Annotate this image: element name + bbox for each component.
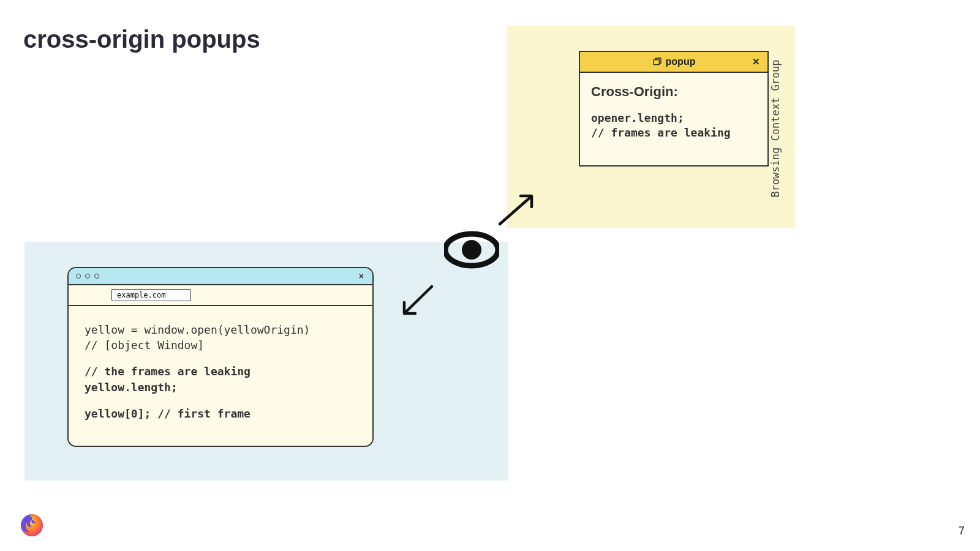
svg-line-4: [405, 287, 432, 312]
eye-icon: [444, 228, 499, 271]
browser-titlebar: ×: [69, 268, 372, 285]
popup-tab: popup: [652, 56, 696, 67]
popup-body: Cross-Origin: opener.length; // frames a…: [580, 73, 767, 165]
firefox-logo-icon: [18, 512, 45, 539]
svg-line-3: [500, 197, 530, 224]
popup-window: popup ✕ Cross-Origin: opener.length; // …: [579, 51, 769, 167]
arrow-sw-icon: [398, 282, 438, 318]
traffic-dot-icon: [85, 274, 90, 279]
popup-code: opener.length; // frames are leaking: [591, 111, 756, 141]
traffic-lights: [76, 274, 99, 279]
browser-window: × example.com yellow = window.open(yello…: [67, 267, 374, 447]
traffic-dot-icon: [76, 274, 81, 279]
code-line: // the frames are leaking: [85, 364, 356, 379]
svg-rect-0: [654, 60, 659, 65]
popup-tab-label: popup: [666, 56, 696, 67]
window-stack-icon: [652, 57, 662, 67]
code-line: yellow.length;: [85, 380, 356, 395]
code-line: // [object Window]: [85, 337, 356, 353]
popup-titlebar: popup ✕: [580, 52, 767, 73]
traffic-dot-icon: [94, 274, 99, 279]
browsing-context-group-label: Browsing Context Group: [769, 59, 781, 197]
popup-heading: Cross-Origin:: [591, 84, 756, 100]
code-line: yellow[0]; // first frame: [85, 406, 356, 421]
code-line: yellow = window.open(yellowOrigin): [85, 322, 356, 337]
close-icon[interactable]: ✕: [752, 56, 760, 67]
slide-title: cross-origin popups: [23, 26, 260, 53]
browser-body: yellow = window.open(yellowOrigin) // [o…: [69, 306, 372, 446]
svg-point-2: [462, 240, 481, 260]
browser-urlbar: example.com: [69, 285, 372, 306]
url-input[interactable]: example.com: [111, 289, 191, 301]
arrow-ne-icon: [495, 191, 538, 229]
page-number: 7: [959, 525, 965, 538]
close-icon[interactable]: ×: [359, 271, 364, 281]
